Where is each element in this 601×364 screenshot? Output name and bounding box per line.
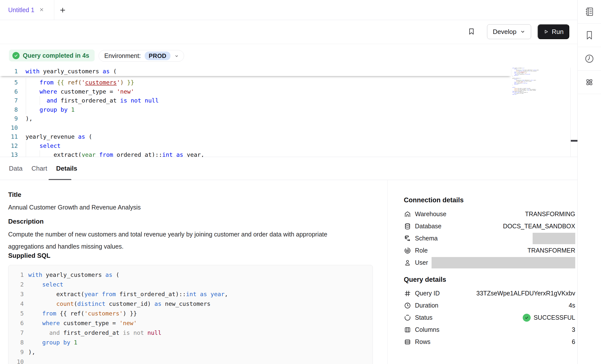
sql-editor[interactable]: 1 with yearly_customers as ( 5 from {{ r… — [0, 67, 577, 157]
detail-value: SUCCESSFUL — [523, 314, 575, 322]
detail-row-query-id: Query ID33TZseWpe1ALFDUYerxR1gVKxbv — [404, 287, 575, 299]
supplied-sql-line: 8 group by 1 — [8, 338, 373, 347]
close-icon[interactable] — [39, 7, 44, 13]
query-status-text: Query completed in 4s — [23, 52, 89, 59]
warehouse-icon — [404, 210, 411, 218]
sidebar-item-bookmarks[interactable] — [578, 24, 601, 47]
chevron-down-icon — [520, 29, 525, 34]
connection-details-rows: WarehouseTRANSFORMINGDatabaseDOCS_TEAM_S… — [404, 208, 575, 269]
detail-label: Duration — [415, 302, 438, 309]
redacted-value — [432, 257, 575, 268]
environment-selector[interactable]: Environment: PROD — [99, 50, 184, 62]
copilot-icon — [584, 77, 595, 87]
detail-label: Warehouse — [415, 210, 446, 218]
editor-line: 7 and first_ordered_at is not null — [0, 96, 511, 105]
tab-untitled-1[interactable]: Untitled 1 — [0, 0, 54, 20]
detail-row-user: User — [404, 257, 575, 269]
description-heading: Description — [8, 218, 44, 225]
sidebar-item-copilot[interactable] — [578, 71, 601, 94]
detail-value: TRANSFORMING — [525, 210, 575, 218]
panel-divider — [387, 180, 388, 364]
title-value: Annual Customer Growth and Revenue Analy… — [8, 201, 141, 213]
supplied-sql-line: 3 extract(year from first_ordered_at)::i… — [8, 289, 373, 299]
detail-label: Status — [415, 314, 433, 321]
clock-icon — [404, 302, 411, 309]
editor-line: 5 from {{ ref('customers') }} — [0, 78, 511, 87]
run-button[interactable]: Run — [538, 24, 569, 39]
tab-title: Untitled 1 — [8, 6, 34, 14]
supplied-sql-line: 6 where customer_type = 'new' — [8, 318, 373, 328]
detail-row-role: RoleTRANSFORMER — [404, 244, 575, 257]
connection-details-heading: Connection details — [404, 196, 464, 204]
develop-dropdown[interactable]: Develop — [487, 24, 531, 39]
detail-row-schema: Schema — [404, 232, 575, 244]
tab-data[interactable]: Data — [9, 165, 23, 172]
tab-details[interactable]: Details — [56, 165, 77, 172]
detail-value: 6 — [572, 338, 575, 345]
right-sidebar — [577, 0, 601, 364]
supplied-sql-line: 2 select — [8, 280, 373, 289]
editor-minimap[interactable]: with yearly_customers as ( select extrac… — [512, 68, 549, 99]
run-label: Run — [552, 28, 564, 36]
sticky-line-number: 1 — [0, 67, 18, 76]
detail-label: Database — [415, 223, 441, 230]
query-status-badge: Query completed in 4s — [9, 50, 95, 61]
environment-label: Environment: — [104, 52, 141, 59]
editor-line: 8 group by 1 — [0, 105, 511, 114]
editor-line: 12 select — [0, 141, 511, 151]
editor-line: 11yearly_revenue as ( — [0, 132, 511, 141]
supplied-sql-line: 10 — [8, 357, 373, 364]
detail-label: Query ID — [415, 290, 440, 297]
bookmark-icon — [468, 27, 475, 36]
sidebar-item-history[interactable] — [578, 47, 601, 71]
detail-row-rows: Rows6 — [404, 336, 575, 348]
detail-value: 3 — [572, 326, 575, 333]
result-tabs: Data Chart Details — [0, 157, 577, 180]
detail-row-database: DatabaseDOCS_TEAM_SANDBOX — [404, 220, 575, 232]
sql-ide-app: Untitled 1 Develop Run — [0, 0, 601, 364]
supplied-sql-line: 7 and first_ordered_at is not null — [8, 328, 373, 338]
bookmark-button[interactable] — [468, 27, 476, 37]
main-area: Untitled 1 Develop Run — [0, 0, 577, 364]
right-panel: Connection details WarehouseTRANSFORMING… — [404, 180, 575, 364]
status-row: Query completed in 4s Environment: PROD — [0, 44, 577, 67]
detail-label: User — [415, 259, 428, 266]
detail-row-warehouse: WarehouseTRANSFORMING — [404, 208, 575, 220]
scrollbar-thumb[interactable] — [571, 140, 577, 142]
detail-label: Rows — [415, 338, 431, 345]
sidebar-item-notebook[interactable] — [578, 0, 601, 24]
description-value: Compute the number of new customers and … — [8, 228, 355, 253]
status-icon — [404, 314, 411, 321]
bookmark-icon — [584, 30, 595, 40]
supplied-sql-line: 4 count(distinct customer_id) as new_cus… — [8, 299, 373, 309]
editor-line: 10 — [0, 123, 511, 132]
notebook-icon — [584, 6, 595, 17]
detail-value: 4s — [569, 302, 575, 309]
supplied-sql-heading: Supplied SQL — [8, 252, 50, 260]
supplied-sql-line: 9), — [8, 347, 373, 357]
detail-value: DOCS_TEAM_SANDBOX — [503, 223, 575, 230]
rows-icon — [404, 338, 411, 346]
new-tab-button[interactable] — [59, 6, 66, 14]
query-details-rows: Query ID33TZseWpe1ALFDUYerxR1gVKxbvDurat… — [404, 287, 575, 348]
success-check-icon — [523, 314, 531, 322]
detail-row-status: StatusSUCCESSFUL — [404, 312, 575, 324]
detail-label: Columns — [415, 326, 439, 333]
sticky-line-code: with yearly_customers as ( — [26, 67, 117, 76]
detail-value: 33TZseWpe1ALFDUYerxR1gVKxbv — [476, 290, 575, 297]
detail-row-duration: Duration4s — [404, 299, 575, 312]
supplied-sql-block: 1with yearly_customers as (2 select3 ext… — [8, 265, 373, 364]
sticky-line: 1 with yearly_customers as ( — [0, 67, 511, 76]
supplied-sql-line: 1with yearly_customers as ( — [8, 270, 373, 280]
editor-scrollbar[interactable] — [570, 68, 577, 157]
chevron-down-icon — [174, 54, 179, 58]
schema-icon — [404, 235, 411, 242]
query-details-heading: Query details — [404, 276, 446, 284]
detail-label: Schema — [415, 235, 438, 242]
environment-value-pill: PROD — [145, 52, 170, 60]
details-panel: Title Annual Customer Growth and Revenue… — [0, 180, 577, 364]
tab-chart[interactable]: Chart — [31, 165, 47, 172]
redacted-value — [533, 233, 575, 244]
user-icon — [404, 259, 411, 266]
history-icon — [584, 53, 595, 64]
